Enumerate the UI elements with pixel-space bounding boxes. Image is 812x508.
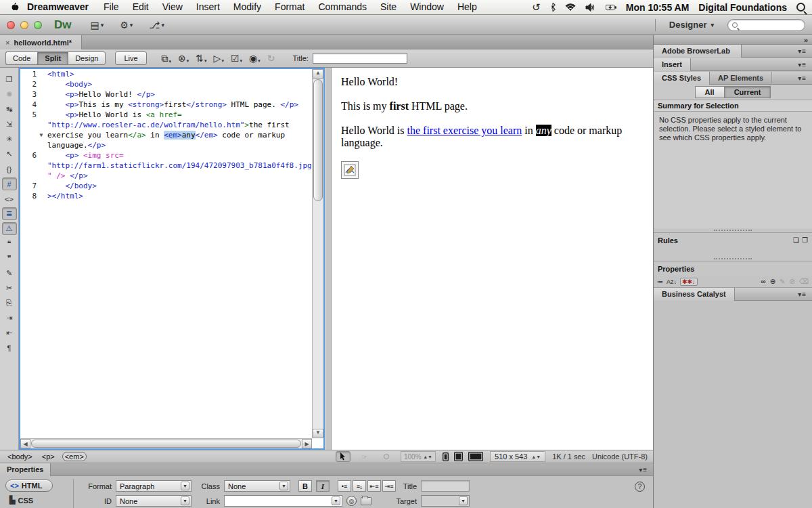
point-to-file-icon[interactable]: ◎ [346, 496, 357, 506]
live-view-button[interactable]: Live [115, 51, 146, 65]
link-combobox[interactable]: ▼ [224, 495, 342, 507]
mobile-size-icon[interactable] [443, 452, 449, 461]
cascade-view-icon[interactable]: ❏ [793, 236, 799, 244]
apply-comment-icon[interactable]: ❝ [2, 237, 17, 250]
syntax-error-alerts-icon[interactable]: ⚠ [2, 222, 17, 235]
target-dropdown[interactable]: ▼ [421, 495, 470, 507]
code-lines[interactable]: 1<html>2 <body>3 <p>Hello World! </p>4 <… [20, 69, 312, 438]
menu-dreamweaver[interactable]: Dreamweaver [22, 0, 97, 15]
split-view-button[interactable]: Split [37, 51, 68, 65]
bold-button[interactable]: B [298, 480, 312, 492]
code-line[interactable]: " /> </p> [20, 171, 312, 181]
recent-snippets-icon[interactable]: ✂ [2, 282, 17, 295]
html-mode-button[interactable]: <> HTML [5, 480, 53, 492]
search-input[interactable] [740, 21, 801, 29]
zoom-window-button[interactable] [34, 21, 42, 29]
menu-file[interactable]: File [97, 0, 126, 15]
wrap-tag-icon[interactable]: ✎ [2, 267, 17, 280]
broken-image-placeholder-icon[interactable] [341, 161, 359, 179]
browse-folder-icon[interactable] [361, 497, 371, 505]
panel-menu-icon[interactable]: ▾≡ [798, 291, 807, 298]
expand-all-icon[interactable]: ✳ [2, 133, 17, 146]
disable-css-property-icon[interactable]: ⊘ [789, 278, 794, 285]
menu-format[interactable]: Format [268, 0, 311, 15]
menu-view[interactable]: View [156, 0, 189, 15]
panel-menu-icon[interactable]: ▾≡ [798, 75, 807, 82]
unordered-list-icon[interactable]: •≡ [338, 480, 351, 492]
code-vertical-scrollbar[interactable]: ▲ ▼ [312, 69, 323, 438]
code-view-button[interactable]: Code [5, 51, 37, 65]
time-machine-icon[interactable]: ↺ [532, 1, 541, 14]
move-css-icon[interactable]: ⎘ [2, 297, 17, 310]
multiscreen-preview-icon[interactable]: ⧉▾ [162, 53, 172, 64]
scroll-up-icon[interactable]: ▲ [313, 69, 323, 79]
code-line[interactable]: language.</p> [20, 140, 312, 150]
spotlight-icon[interactable] [796, 3, 805, 12]
tag-selector-item[interactable]: <p> [40, 452, 57, 461]
insert-panel-tab[interactable]: Insert [654, 58, 691, 71]
show-only-set-properties-icon[interactable]: ✱✱↓ [680, 278, 698, 286]
design-paragraph-3[interactable]: Hello World is the first exercise you le… [341, 125, 644, 149]
panel-menu-icon[interactable]: ▾≡ [798, 47, 807, 55]
check-browser-compatibility-icon[interactable]: ☑▾ [231, 53, 242, 64]
highlight-invalid-code-icon[interactable]: <> [2, 192, 17, 205]
design-paragraph-2[interactable]: This is my first HTML page. [341, 100, 644, 112]
panel-menu-icon[interactable]: ▾≡ [798, 61, 807, 68]
battery-icon[interactable] [606, 3, 616, 12]
minimize-window-button[interactable] [20, 21, 28, 29]
open-documents-icon[interactable]: ❐ [2, 73, 17, 86]
info-bars-icon[interactable]: ≣ [2, 207, 17, 220]
ordered-list-icon[interactable]: ≡₁ [353, 480, 366, 492]
css-styles-tab[interactable]: CSS Styles [654, 72, 710, 85]
all-mode-button[interactable]: All [695, 86, 724, 98]
horizontal-scroll-thumb[interactable] [31, 440, 301, 448]
menu-window[interactable]: Window [403, 0, 451, 15]
code-line[interactable]: 6 <p> <img src= [20, 150, 312, 161]
edit-style-icon[interactable]: ✎ [780, 278, 785, 285]
format-dropdown[interactable]: Paragraph ▼ [116, 480, 191, 492]
collapse-full-tag-icon[interactable]: ↹ [2, 103, 17, 116]
code-line[interactable]: 4 <p>This is my <strong>first</strong> H… [20, 100, 312, 110]
window-size-dropdown[interactable]: 510 x 543 ▲▼ [490, 451, 545, 462]
class-dropdown[interactable]: None ▼ [224, 480, 290, 492]
title-field[interactable] [421, 480, 470, 492]
menu-user[interactable]: Digital Foundations [698, 2, 787, 13]
attach-style-sheet-icon[interactable]: ∞ [761, 278, 766, 285]
remove-comment-icon[interactable]: ❞ [2, 252, 17, 265]
collapse-selection-icon[interactable]: ⇲ [2, 118, 17, 131]
design-view-button[interactable]: Design [68, 51, 106, 65]
css-mode-button[interactable]: ▙ CSS [5, 494, 53, 506]
menu-insert[interactable]: Insert [189, 0, 227, 15]
delete-css-rule-icon[interactable]: ⌫ [799, 278, 809, 285]
desktop-size-icon[interactable] [468, 452, 483, 461]
outdent-code-icon[interactable]: ⇤ [2, 326, 17, 339]
site-management-icon[interactable]: ⎇▾ [145, 18, 168, 32]
w3c-validation-icon[interactable]: ▷▾ [214, 53, 224, 64]
search-box[interactable] [727, 19, 805, 31]
magnification-dropdown[interactable]: 100% ▲▼ [401, 451, 436, 462]
close-icon[interactable]: × [5, 39, 9, 47]
vertical-scroll-thumb[interactable] [313, 79, 323, 201]
code-horizontal-scrollbar[interactable]: ◀ ▶ [20, 438, 312, 448]
business-catalyst-tab[interactable]: Business Catalyst [654, 288, 735, 301]
visual-aids-icon[interactable]: ◉▾ [249, 53, 261, 64]
italic-button[interactable]: I [316, 480, 330, 492]
menu-help[interactable]: Help [451, 0, 484, 15]
apple-menu-icon[interactable] [7, 2, 22, 12]
code-line[interactable]: "http://www.roesler-ac.de/wolfram/hello.… [20, 120, 312, 130]
refresh-icon[interactable]: ↻ [267, 53, 275, 64]
design-hyperlink[interactable]: the first exercise you learn [407, 125, 522, 136]
tablet-size-icon[interactable] [454, 452, 463, 461]
code-fold-icon[interactable]: ▼ [37, 130, 46, 140]
code-line[interactable]: 3 <p>Hello World! </p> [20, 89, 312, 100]
select-tool-icon[interactable] [336, 451, 351, 462]
code-line[interactable]: 5 <p>Hello World is <a href= [20, 110, 312, 120]
close-window-button[interactable] [7, 21, 15, 29]
code-line[interactable]: 1<html> [20, 69, 312, 79]
tag-selector-item[interactable]: <body> [5, 452, 35, 461]
menu-modify[interactable]: Modify [227, 0, 268, 15]
properties-panel-tab[interactable]: Properties [0, 463, 51, 476]
line-numbers-icon[interactable]: # [2, 177, 17, 190]
document-title-input[interactable] [313, 53, 407, 64]
volume-icon[interactable] [585, 3, 596, 12]
